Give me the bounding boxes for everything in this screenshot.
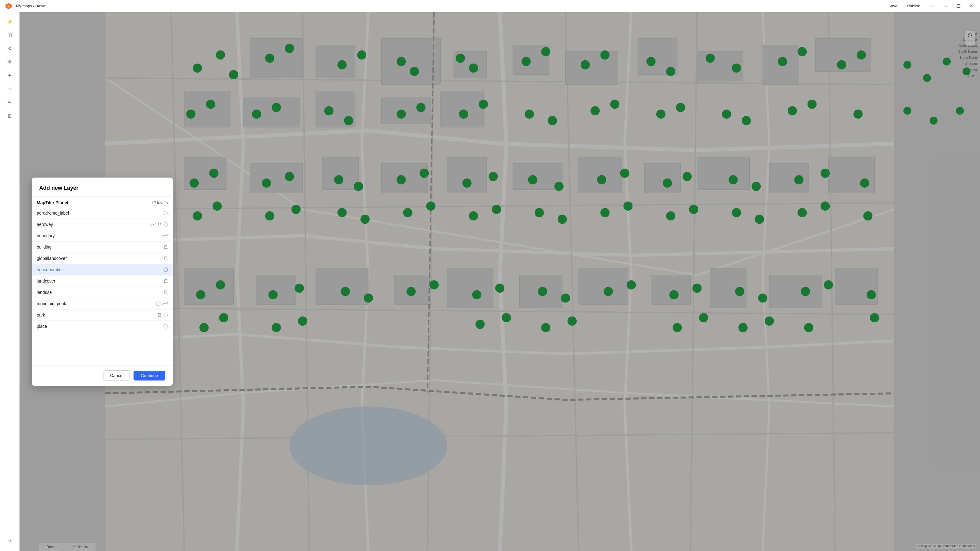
layer-name: boundary (37, 233, 54, 238)
modal-overlay: Add new Layer MapTiler Planet 17 layers … (20, 12, 490, 275)
sidebar-item-component[interactable]: ❖ (4, 56, 15, 67)
source-name: MapTiler Planet (37, 200, 68, 205)
circle-icon (164, 211, 168, 215)
sidebar-item-lightning[interactable]: ⚡ (4, 16, 15, 27)
layer-name: building (37, 245, 51, 249)
layer-name: aeroway (37, 222, 53, 227)
layer-icon-group (150, 222, 168, 227)
layer-list-container: MapTiler Planet 17 layers aerodrome_labe… (32, 197, 173, 275)
map-area: Russia Mongolia North Korea South Korea … (20, 12, 490, 275)
line-icon (162, 234, 168, 238)
layer-item-aeroway[interactable]: aeroway (32, 219, 173, 230)
layer-item-globallandcover[interactable]: globallandcover (32, 253, 173, 264)
polygon-icon (164, 245, 168, 249)
circle-icon (164, 222, 168, 227)
layer-icon-group (164, 211, 168, 215)
layer-icon-group (162, 234, 168, 238)
polygon-icon (164, 256, 168, 260)
layer-item-aerodrome-label[interactable]: aerodrome_label (32, 208, 173, 219)
sidebar-item-tree[interactable]: ❧ (4, 97, 15, 108)
layer-name: housenumber (37, 267, 63, 272)
layer-name: globallandcover (37, 256, 67, 261)
app-logo (5, 2, 12, 10)
source-count: 17 layers (151, 200, 168, 205)
svg-marker-181 (158, 223, 161, 226)
layer-item-housenumber[interactable]: housenumber (32, 264, 173, 275)
layer-item-building[interactable]: building (32, 241, 173, 253)
sidebar-item-grid[interactable]: ⊞ (4, 110, 15, 121)
svg-marker-183 (164, 257, 167, 260)
sidebar-item-layers[interactable]: ◫ (4, 29, 15, 40)
layer-item-boundary[interactable]: boundary (32, 230, 173, 241)
circle-icon-active (164, 268, 168, 272)
line-icon (150, 222, 156, 226)
sidebar-item-settings[interactable]: ⚙ (4, 43, 15, 54)
add-layer-modal: Add new Layer MapTiler Planet 17 layers … (32, 178, 173, 275)
layer-icon-group (164, 268, 168, 272)
left-sidebar: ⚡ ◫ ⚙ ❖ ✦ ≋ ❧ ⊞ ? (0, 12, 20, 275)
layer-icon-group (164, 245, 168, 249)
topbar: My maps / Basic Save Publish ← → ☰ ✕ (0, 0, 490, 12)
layer-name: aerodrome_label (37, 211, 69, 216)
polygon-icon (158, 222, 162, 227)
layer-icon-group (164, 256, 168, 260)
modal-title: Add new Layer (32, 178, 173, 197)
svg-marker-182 (164, 246, 167, 249)
source-header: MapTiler Planet 17 layers (32, 197, 173, 208)
breadcrumb: My maps / Basic (16, 4, 490, 8)
sidebar-item-puzzle[interactable]: ✦ (4, 70, 15, 81)
sidebar-item-waves[interactable]: ≋ (4, 83, 15, 94)
